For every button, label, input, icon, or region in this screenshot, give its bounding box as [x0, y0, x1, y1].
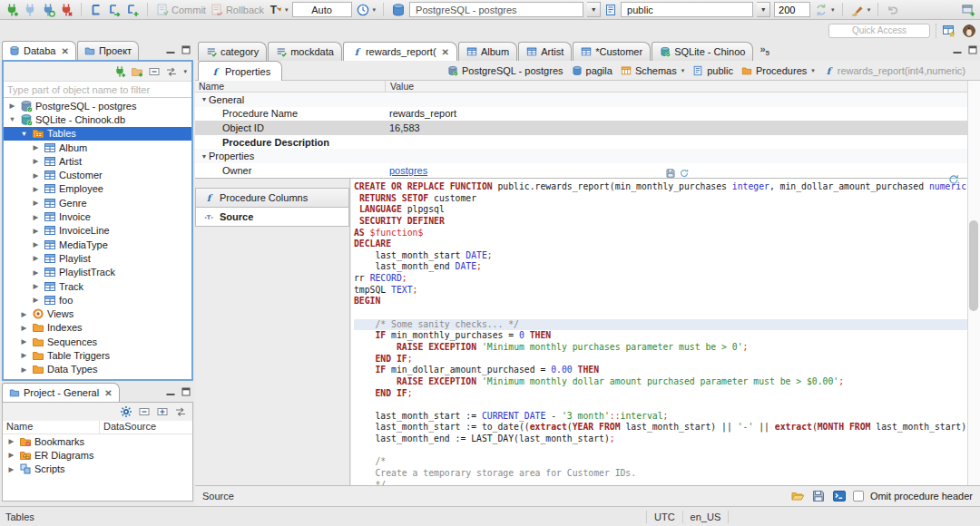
breadcrumb-postgresql-postgres[interactable]: PostgreSQL - postgres [447, 65, 563, 76]
tree-collapsed-arrow-icon[interactable]: ▶ [31, 240, 41, 248]
connection-combo-arrow[interactable]: ▼ [587, 2, 601, 17]
breadcrumb-procedures[interactable]: Procedures▾ [741, 65, 815, 76]
tree-item-data-types[interactable]: ▶Data Types [4, 363, 191, 376]
tree-item-playlisttrack[interactable]: ▶PlaylistTrack [4, 266, 191, 279]
link-with-editor-icon[interactable] [174, 405, 187, 418]
tree-item-mediatype[interactable]: ▶MediaType [4, 238, 191, 251]
editor-tab-mockdata[interactable]: mockdata [268, 42, 342, 61]
tree-item-foo[interactable]: ▶foo [4, 293, 191, 307]
property-row-owner[interactable]: Ownerpostgres [195, 163, 967, 178]
omit-procedure-header-checkbox[interactable] [853, 491, 864, 502]
undo-icon[interactable] [886, 3, 900, 17]
rollback-button[interactable]: Rollback [210, 3, 264, 17]
tree-collapsed-arrow-icon[interactable]: ▶ [19, 337, 29, 346]
breadcrumb-rewards-report-int4-numeric[interactable]: frewards_report(int4,numeric) [823, 65, 965, 76]
breadcrumb-pagila[interactable]: pagila [572, 65, 612, 76]
tree-collapsed-arrow-icon[interactable]: ▶ [31, 171, 41, 180]
auto-commit-combo[interactable]: Auto [292, 2, 352, 17]
editor-tab-category[interactable]: category [198, 42, 267, 61]
tree-collapsed-arrow-icon[interactable]: ▶ [31, 157, 41, 165]
maximize-icon[interactable] [967, 44, 978, 55]
gear-icon[interactable] [120, 405, 132, 418]
editor-tab-artist[interactable]: Artist [518, 42, 572, 61]
subtab-procedure-columns[interactable]: fProcedure Columns [195, 188, 349, 208]
commit-button[interactable]: Commit [155, 3, 206, 17]
tree-item-indexes[interactable]: ▶Indexes [4, 321, 191, 335]
column-name[interactable]: Name [195, 81, 385, 92]
tree-item-track[interactable]: ▶Track [4, 279, 191, 293]
tree-collapsed-arrow-icon[interactable]: ▶ [31, 143, 41, 151]
schema-combo-arrow[interactable]: ▼ [757, 2, 770, 17]
tree-collapsed-arrow-icon[interactable]: ▶ [6, 465, 16, 473]
tree-collapsed-arrow-icon[interactable]: ▶ [31, 296, 41, 304]
link-with-editor-icon[interactable] [165, 65, 178, 78]
expand-all-icon[interactable] [156, 405, 169, 418]
tree-item-invoice[interactable]: ▶Invoice [4, 209, 191, 223]
new-window-icon[interactable] [961, 3, 975, 17]
column-value[interactable]: Value [385, 81, 967, 92]
tree-item-postgresql-postgres[interactable]: ▶PostgreSQL - postgres [4, 99, 191, 112]
load-from-file-icon[interactable] [790, 489, 805, 503]
chevron-down-icon[interactable]: ▾ [681, 67, 685, 74]
editor-tab-album[interactable]: Album [458, 42, 517, 61]
status-locale[interactable]: en_US [691, 511, 721, 522]
tree-collapsed-arrow-icon[interactable]: ▶ [31, 199, 41, 207]
plug-icon[interactable] [23, 3, 37, 17]
connect-icon[interactable] [113, 65, 126, 78]
tree-collapsed-arrow-icon[interactable]: ▶ [19, 351, 29, 359]
property-row-procedure-name[interactable]: Procedure Namerewards_report [195, 107, 967, 122]
project-item-bookmarks[interactable]: ▶Bookmarks [3, 434, 192, 448]
editor-tab-rewards-report[interactable]: frewards_report(✕ [343, 42, 457, 61]
group-arrow-icon[interactable]: ▼ [200, 96, 209, 102]
new-connection-folder-icon[interactable] [131, 65, 143, 78]
tab-properties[interactable]: f Properties [198, 61, 282, 81]
minimize-icon[interactable] [165, 386, 176, 397]
property-row-object-id[interactable]: Object ID16,583 [195, 121, 967, 135]
status-timezone[interactable]: UTC [654, 511, 675, 522]
quick-access-input[interactable]: Quick Access [828, 24, 930, 38]
column-name[interactable]: Name [3, 421, 99, 433]
owner-link[interactable]: postgres [389, 165, 427, 176]
save-to-file-icon[interactable] [811, 489, 826, 503]
tree-collapsed-arrow-icon[interactable]: ▶ [19, 324, 29, 332]
property-row-properties[interactable]: ▼Properties [195, 149, 967, 163]
tree-item-tables[interactable]: ▼Tables [4, 127, 191, 141]
transaction-mode-button[interactable]: T ▾ [268, 3, 289, 17]
reconnect-icon[interactable] [41, 3, 55, 17]
tab-project[interactable]: Проект [77, 41, 139, 60]
tree-item-playlist[interactable]: ▶Playlist [4, 251, 191, 265]
close-icon[interactable]: ✕ [442, 47, 449, 57]
group-arrow-icon[interactable]: ▼ [200, 153, 209, 160]
tree-collapsed-arrow-icon[interactable]: ▶ [6, 451, 16, 459]
persist-icon[interactable] [665, 168, 676, 179]
perspective-table-icon[interactable] [942, 24, 956, 38]
connection-combo[interactable]: PostgreSQL - postgres [409, 2, 583, 17]
format-button[interactable]: ▾ [850, 3, 871, 17]
tree-item-sequences[interactable]: ▶Sequences [4, 335, 191, 348]
editor-tab-sqlite-chinoo[interactable]: SQLite - Chinoo [652, 42, 753, 61]
property-row-general[interactable]: ▼General [195, 93, 967, 107]
tree-collapsed-arrow-icon[interactable]: ▶ [31, 185, 41, 193]
revert-icon[interactable] [679, 168, 690, 179]
tree-item-invoiceline[interactable]: ▶InvoiceLine [4, 224, 191, 238]
tree-expanded-arrow-icon[interactable]: ▼ [7, 115, 17, 123]
tree-item-customer[interactable]: ▶Customer [4, 168, 191, 181]
transaction-log-button[interactable]: ▾ [356, 3, 377, 17]
tab-project-general[interactable]: Project - General ✕ [2, 383, 120, 402]
tree-item-employee[interactable]: ▶Employee [4, 182, 191, 196]
tree-collapsed-arrow-icon[interactable]: ▶ [31, 254, 41, 262]
breadcrumb-schemas[interactable]: Schemas▾ [621, 65, 684, 76]
tree-collapsed-arrow-icon[interactable]: ▶ [31, 282, 41, 290]
tree-item-album[interactable]: ▶Album [4, 141, 191, 154]
breadcrumb-public[interactable]: public [692, 65, 733, 76]
project-item-scripts[interactable]: ▶Scripts [3, 463, 192, 476]
collapse-all-icon[interactable] [138, 405, 151, 418]
tree-collapsed-arrow-icon[interactable]: ▶ [7, 102, 17, 110]
open-sql-script-icon[interactable] [107, 3, 122, 17]
tree-item-genre[interactable]: ▶Genre [4, 196, 191, 209]
new-sql-editor-icon[interactable] [125, 3, 140, 17]
refresh-floating-button[interactable] [947, 173, 960, 186]
chevron-down-icon[interactable]: ▾ [811, 67, 815, 74]
more-tabs-indicator[interactable]: »5 [760, 44, 769, 57]
maximize-icon[interactable] [181, 386, 191, 397]
